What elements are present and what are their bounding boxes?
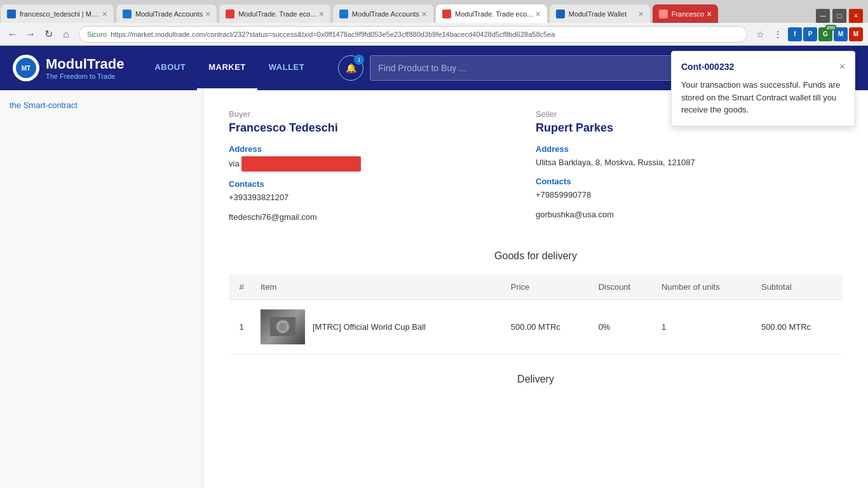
col-item-header: Item — [254, 274, 505, 300]
browser-tab-3[interactable]: ModulTrade. Trade eco... × — [219, 4, 331, 23]
browser-tab-6[interactable]: ModulTrade Wallet × — [549, 4, 651, 23]
tab-favicon-7 — [659, 10, 668, 18]
notification-popup: Cont-000232 × Your transaction was succe… — [671, 51, 855, 126]
buyer-phone: +393393821207 — [229, 191, 536, 204]
browser-tab-4[interactable]: ModulTrade Accounts × — [332, 4, 434, 23]
menu-button[interactable]: ⋮ — [770, 27, 785, 42]
buyer-section: Buyer Francesco Tedeschi Address via Con… — [229, 109, 536, 231]
col-subtotal-header: Subtotal — [755, 274, 843, 300]
contract-area: Buyer Francesco Tedeschi Address via Con… — [203, 90, 868, 488]
goods-title: Goods for delivery — [229, 250, 843, 262]
nav-tabs: ABOUT MARKET WALLET — [143, 46, 316, 90]
ext-btn-2[interactable]: P — [803, 27, 817, 41]
main-content: the Smart-contract Buyer Francesco Tedes… — [0, 90, 868, 488]
bookmark-button[interactable]: ☆ — [752, 27, 768, 42]
sidebar-link[interactable]: the Smart-contract — [10, 100, 78, 110]
minimize-button[interactable]: ─ — [816, 9, 830, 23]
col-number-header: # — [229, 274, 254, 300]
buyer-contacts-label: Contacts — [229, 179, 536, 189]
logo-tagline: The Freedom to Trade — [46, 72, 124, 80]
seller-address-label: Address — [536, 144, 843, 154]
product-image-inner — [261, 309, 305, 344]
row-subtotal: 500.00 MTRc — [755, 299, 843, 354]
tab-close-7[interactable]: × — [707, 9, 712, 19]
browser-tab-7[interactable]: Francesco × — [652, 4, 719, 23]
seller-section: Seller Rupert Parkes Address Ulitsa Bark… — [536, 109, 843, 231]
bell-icon: 🔔 — [346, 63, 356, 73]
product-name: [MTRC] Official World Cup Ball — [313, 322, 426, 332]
url-text: https://market.modultrade.com/contract/2… — [111, 30, 555, 38]
logo-area: MT ModulTrade The Freedom to Trade — [13, 55, 124, 81]
browser-tab-2[interactable]: ModulTrade Accounts × — [116, 4, 217, 23]
goods-table: # Item Price Discount Number of units Su… — [229, 274, 843, 355]
ext-btn-5[interactable]: M — [849, 27, 863, 41]
table-row: 1 — [229, 299, 843, 354]
tab-favicon-5 — [442, 10, 451, 18]
forward-button[interactable]: → — [23, 27, 38, 42]
tab-close-5[interactable]: × — [536, 9, 541, 19]
logo-name: ModulTrade — [46, 56, 124, 72]
logo-icon: MT — [13, 55, 39, 81]
notification-title: Cont-000232 — [681, 62, 734, 72]
col-price-header: Price — [505, 274, 592, 300]
notification-close-button[interactable]: × — [839, 61, 845, 72]
tab-favicon-4 — [339, 10, 348, 18]
search-input[interactable] — [378, 63, 695, 73]
extensions: f P G M M — [788, 27, 863, 41]
tab-label-3: ModulTrade. Trade eco... — [238, 10, 316, 18]
ext-btn-1[interactable]: f — [788, 27, 802, 41]
ext-btn-3[interactable]: G — [818, 27, 832, 41]
sidebar: the Smart-contract — [0, 90, 203, 488]
logo-icon-inner: MT — [16, 58, 36, 78]
buyer-role-label: Buyer — [229, 109, 536, 119]
row-price: 500.00 MTRc — [505, 299, 592, 354]
browser-tab-1[interactable]: francesco_tedeschi | Mo... × — [0, 4, 114, 23]
nav-market[interactable]: MARKET — [197, 46, 257, 90]
product-cell: [MTRC] Official World Cup Ball — [261, 309, 498, 344]
back-button[interactable]: ← — [5, 27, 20, 42]
notification-badge: 1 — [354, 55, 364, 65]
tab-favicon-3 — [226, 10, 234, 18]
notification-button[interactable]: 🔔 1 — [338, 55, 363, 81]
logo-text: ModulTrade The Freedom to Trade — [46, 56, 124, 80]
seller-contacts-label: Contacts — [536, 177, 843, 186]
tab-bar: francesco_tedeschi | Mo... × ModulTrade … — [0, 0, 868, 23]
buyer-address: via — [229, 156, 536, 172]
nav-wallet[interactable]: WALLET — [257, 46, 316, 90]
maximize-button[interactable]: □ — [832, 9, 846, 23]
table-header-row: # Item Price Discount Number of units Su… — [229, 274, 843, 300]
close-button[interactable]: × — [849, 9, 863, 23]
seller-address: Ulitsa Barklaya, 8, Moskva, Russia, 1210… — [536, 156, 843, 169]
tab-close-4[interactable]: × — [422, 9, 427, 19]
tab-close-1[interactable]: × — [102, 9, 107, 19]
home-button[interactable]: ⌂ — [58, 27, 74, 42]
buyer-address-redacted — [241, 156, 361, 172]
tab-label-4: ModulTrade Accounts — [352, 10, 419, 18]
buyer-name: Francesco Tedeschi — [229, 121, 536, 135]
nav-buttons: ← → ↻ ⌂ — [5, 27, 74, 42]
address-bar[interactable]: Sicuro https://market.modultrade.com/con… — [79, 26, 747, 43]
notification-body: Your transaction was successful. Funds a… — [681, 79, 845, 116]
tab-favicon-1 — [7, 10, 16, 18]
col-units-header: Number of units — [655, 274, 755, 300]
row-discount: 0% — [592, 299, 655, 354]
search-area: 🔔 1 🔍 — [338, 55, 717, 81]
delivery-title: Delivery — [229, 374, 843, 385]
product-image — [261, 309, 305, 344]
row-number: 1 — [229, 299, 254, 354]
address-bar-row: ← → ↻ ⌂ Sicuro https://market.modultrade… — [0, 23, 868, 46]
product-thumbnail — [270, 317, 295, 336]
tab-favicon-2 — [123, 10, 132, 18]
tab-label-5: ModulTrade. Trade eco... — [455, 10, 533, 18]
nav-about[interactable]: ABOUT — [143, 46, 197, 90]
tab-label-6: ModulTrade Wallet — [569, 10, 636, 18]
tab-close-2[interactable]: × — [205, 9, 210, 19]
browser-chrome: francesco_tedeschi | Mo... × ModulTrade … — [0, 0, 868, 46]
reload-button[interactable]: ↻ — [41, 27, 56, 42]
buyer-address-label: Address — [229, 144, 536, 154]
browser-tab-5[interactable]: ModulTrade. Trade eco... × — [435, 4, 548, 23]
browser-actions: ☆ ⋮ — [752, 27, 785, 42]
tab-close-6[interactable]: × — [639, 9, 644, 19]
tab-close-3[interactable]: × — [319, 9, 324, 19]
tab-label-1: francesco_tedeschi | Mo... — [20, 10, 100, 18]
